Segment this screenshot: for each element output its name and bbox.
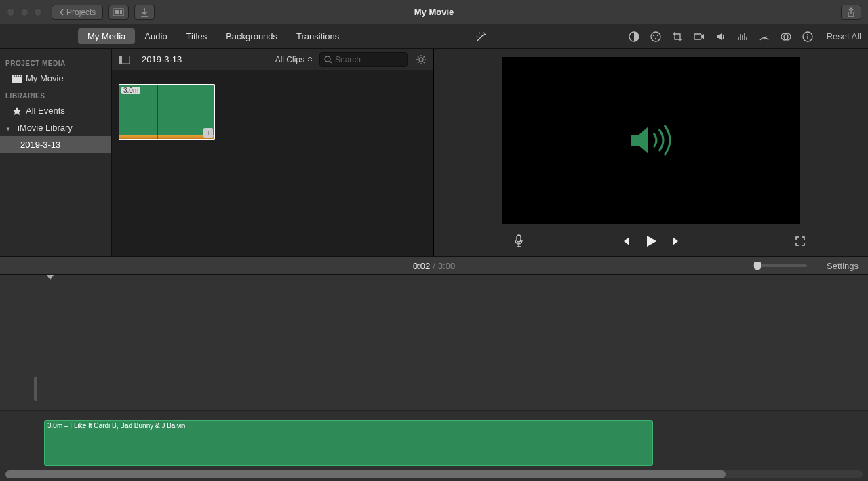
svg-rect-3 (120, 10, 122, 14)
clip-filter-button[interactable] (779, 30, 793, 43)
traffic-zoom[interactable] (34, 8, 42, 16)
info-icon (802, 30, 814, 43)
speed-button[interactable] (757, 30, 771, 43)
volume-icon (715, 30, 727, 43)
voiceover-button[interactable] (512, 234, 526, 248)
overlap-circles-icon (780, 30, 792, 43)
crop-button[interactable] (671, 30, 684, 43)
svg-rect-9 (694, 34, 701, 39)
prev-button[interactable] (618, 234, 632, 248)
crop-icon (671, 30, 684, 43)
reset-all-button[interactable]: Reset All (827, 31, 861, 41)
traffic-minimize[interactable] (20, 8, 28, 16)
tab-titles[interactable]: Titles (177, 28, 217, 44)
play-icon (644, 234, 658, 248)
timeline-scrollbar[interactable] (5, 470, 863, 478)
audio-speaker-icon (624, 120, 678, 161)
playhead[interactable] (50, 275, 50, 411)
current-time: 0:02 (413, 261, 430, 271)
sidebar-item-project-label: My Movie (26, 73, 64, 83)
search-input[interactable]: Search (319, 52, 408, 67)
sidebar-item-event-label: 2019-3-13 (20, 140, 60, 150)
projects-label: Projects (66, 7, 96, 17)
tab-my-media[interactable]: My Media (78, 28, 135, 44)
tab-backgrounds[interactable]: Backgrounds (216, 28, 287, 44)
svg-point-20 (419, 58, 423, 62)
svg-rect-21 (517, 235, 521, 242)
chevron-left-icon (59, 9, 64, 16)
sidebar-item-all-events-label: All Events (26, 106, 65, 116)
inspector-tools: Reset All (627, 30, 861, 43)
media-tabs-row: My Media Audio Titles Backgrounds Transi… (0, 24, 868, 49)
color-balance-button[interactable] (627, 30, 641, 43)
sidebar-item-all-events[interactable]: All Events (0, 102, 111, 119)
zoom-slider[interactable] (753, 264, 807, 267)
contrast-icon (628, 30, 640, 43)
sidebar: PROJECT MEDIA My Movie LIBRARIES All Eve… (0, 49, 112, 256)
timeline-audio-clip[interactable]: 3.0m – I Like It Cardi B, Bad Bunny & J … (44, 420, 653, 466)
browser-settings-button[interactable] (414, 53, 428, 66)
timeline-settings-button[interactable]: Settings (827, 261, 859, 271)
equalizer-icon (736, 30, 749, 43)
skip-forward-icon (671, 236, 682, 247)
window-controls (7, 8, 42, 16)
tab-audio[interactable]: Audio (135, 28, 176, 44)
media-clip[interactable]: 3.0m + (119, 84, 215, 140)
enhance-wand-button[interactable] (475, 30, 488, 43)
sidebar-head-libraries: LIBRARIES (0, 87, 111, 102)
media-browser: 2019-3-13 All Clips Search 3.0m + (112, 49, 434, 256)
svg-point-7 (656, 34, 658, 35)
next-button[interactable] (670, 234, 684, 248)
viewer (434, 49, 868, 256)
clip-filter-label: All Clips (275, 55, 304, 64)
noise-reduction-button[interactable] (736, 30, 749, 43)
sidebar-item-project[interactable]: My Movie (0, 70, 111, 87)
clip-duration-badge: 3.0m (121, 87, 140, 94)
timeline-clip-label: 3.0m – I Like It Cardi B, Bad Bunny & J … (45, 421, 652, 431)
share-icon (847, 7, 855, 17)
sidebar-toggle-button[interactable] (117, 53, 131, 66)
volume-button[interactable] (714, 30, 728, 43)
viewer-canvas[interactable] (502, 57, 800, 224)
fullscreen-button[interactable] (793, 234, 807, 248)
timeline-marker[interactable] (34, 377, 37, 401)
clip-area: 3.0m + (112, 70, 433, 256)
clip-filter-dropdown[interactable]: All Clips (275, 55, 313, 64)
star-icon (12, 106, 22, 116)
sidebar-item-library[interactable]: iMovie Library (0, 119, 111, 136)
traffic-close[interactable] (7, 8, 15, 16)
clip-add-badge[interactable]: + (203, 128, 213, 138)
clip-audio-waveform (119, 135, 214, 139)
play-button[interactable] (644, 234, 658, 248)
tab-transitions[interactable]: Transitions (287, 28, 349, 44)
timeline-ruler[interactable] (0, 275, 868, 411)
filmstrip-icon (113, 8, 124, 16)
svg-rect-14 (807, 36, 808, 39)
timecode-display: 0:02/3:00 (413, 261, 455, 271)
sidebar-item-event[interactable]: 2019-3-13 (0, 136, 111, 153)
updown-icon (307, 56, 313, 63)
import-arrow-icon (140, 7, 149, 17)
search-icon (324, 56, 332, 64)
share-button[interactable] (841, 5, 861, 20)
clapper-icon (12, 74, 22, 83)
projects-back-button[interactable]: Projects (52, 5, 103, 20)
sidebar-head-project-media: PROJECT MEDIA (0, 54, 111, 70)
total-time: 3:00 (438, 261, 455, 271)
skip-back-icon (620, 236, 631, 247)
import-button[interactable] (134, 5, 155, 20)
svg-rect-15 (12, 77, 22, 83)
info-button[interactable] (801, 30, 814, 43)
svg-rect-18 (119, 56, 122, 64)
color-correction-button[interactable] (649, 30, 663, 43)
timeline[interactable]: 3.0m – I Like It Cardi B, Bad Bunny & J … (0, 275, 868, 481)
disclosure-triangle-icon[interactable] (5, 123, 14, 133)
window-title: My Movie (0, 7, 868, 17)
microphone-icon (513, 234, 524, 248)
stabilization-button[interactable] (692, 30, 706, 43)
speedometer-icon (758, 30, 770, 43)
filmstrip-view-button[interactable] (108, 5, 129, 20)
browser-header: 2019-3-13 All Clips Search (112, 49, 433, 70)
camera-icon (693, 30, 705, 43)
sidebar-item-library-label: iMovie Library (18, 123, 73, 133)
